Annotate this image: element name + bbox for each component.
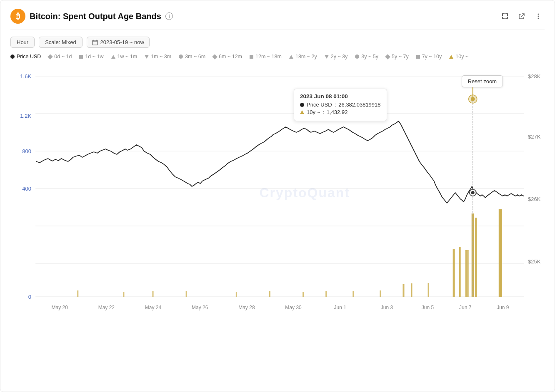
svg-text:May 30: May 30 [285,305,302,310]
svg-text:Jun 7: Jun 7 [459,305,472,310]
legend-1m-3m-label: 1m ~ 3m [151,54,171,60]
svg-rect-48 [380,290,381,297]
svg-text:Jun 5: Jun 5 [422,305,434,310]
svg-rect-51 [428,283,429,297]
svg-text:May 20: May 20 [51,305,68,310]
info-icon[interactable]: i [165,12,173,20]
svg-text:May 28: May 28 [238,305,255,310]
legend-circle2-icon [355,55,359,59]
bitcoin-logo: ₿ [10,9,25,24]
svg-rect-7 [507,17,508,19]
svg-text:May 24: May 24 [145,305,162,310]
legend-1w-1m[interactable]: 1w ~ 1m [111,54,138,60]
external-link-icon[interactable] [515,10,528,22]
main-container: ₿ Bitcoin: Spent Output Age Bands i [0,0,555,392]
legend-12m-18m[interactable]: 12m ~ 18m [250,54,282,60]
crosshair-price-inner [471,191,475,194]
date-range-label: 2023-05-19 ~ now [100,39,144,45]
header: ₿ Bitcoin: Spent Output Age Bands i [10,9,545,30]
svg-text:1.6K: 1.6K [20,73,31,79]
svg-rect-57 [475,218,477,297]
legend-dot-icon [10,55,15,59]
reset-zoom-button[interactable]: Reset zoom [462,75,503,87]
svg-rect-50 [411,283,412,297]
legend-triangle-gold-icon [449,55,453,59]
svg-rect-58 [499,209,502,297]
svg-rect-1 [502,13,503,16]
expand-icon[interactable] [499,10,511,22]
svg-rect-42 [186,291,187,297]
legend-triangle-down-icon [145,55,149,59]
svg-rect-45 [302,292,304,297]
scale-button[interactable]: Scale: Mixed [39,37,82,48]
legend-1d-1w-label: 1d ~ 1w [85,54,103,60]
chart-svg[interactable]: 1.6K 1.2K 800 400 0 $28K $27K $26K $25K … [10,64,545,322]
svg-text:Jun 9: Jun 9 [497,305,509,310]
legend-price-label: Price USD [17,54,41,60]
svg-text:800: 800 [22,148,31,154]
svg-rect-3 [507,13,508,16]
legend-0d-1d-label: 0d ~ 1d [54,54,72,60]
svg-point-10 [538,18,539,19]
svg-text:Jun 3: Jun 3 [381,305,393,310]
calendar-icon [92,40,98,45]
legend-circle-icon [179,55,183,59]
svg-rect-47 [352,291,354,297]
svg-text:$25K: $25K [528,258,541,265]
controls-row: Hour Scale: Mixed 2023-05-19 ~ now [10,37,545,48]
legend-10y-plus-label: 10y ~ [455,54,468,60]
legend-square3-icon [416,55,420,59]
legend-12m-18m-label: 12m ~ 18m [255,54,282,60]
svg-point-9 [538,16,539,17]
legend-18m-2y[interactable]: 18m ~ 2y [289,54,317,60]
date-range-button[interactable]: 2023-05-19 ~ now [87,37,150,48]
svg-rect-55 [468,250,469,297]
legend-7y-10y-label: 7y ~ 10y [422,54,442,60]
legend-7y-10y[interactable]: 7y ~ 10y [416,54,442,60]
legend-diamond3-icon [385,54,390,60]
svg-text:May 22: May 22 [98,305,115,310]
svg-rect-11 [92,40,98,45]
more-options-icon[interactable] [532,10,545,22]
svg-text:$26K: $26K [528,196,541,202]
svg-rect-44 [269,291,270,297]
legend-diamond2-icon [212,54,218,60]
svg-rect-41 [152,291,154,297]
legend-10y-plus[interactable]: 10y ~ [449,54,468,60]
svg-rect-52 [453,249,455,297]
chart-wrapper: CryptoQuant Reset zoom 2023 Jun 08 01:00… [10,64,545,322]
legend-5y-7y-label: 5y ~ 7y [392,54,409,60]
svg-rect-46 [325,291,327,297]
header-left: ₿ Bitcoin: Spent Output Age Bands i [10,9,173,24]
legend-3m-6m[interactable]: 3m ~ 6m [179,54,205,60]
svg-text:Jun 1: Jun 1 [334,305,347,310]
legend-area: Price USD 0d ~ 1d 1d ~ 1w 1w ~ 1m 1m ~ 3… [10,54,545,60]
svg-rect-53 [459,247,461,297]
legend-6m-12m[interactable]: 6m ~ 12m [213,54,242,60]
legend-triangle2-down-icon [325,55,329,59]
legend-18m-2y-label: 18m ~ 2y [295,54,317,60]
legend-1m-3m[interactable]: 1m ~ 3m [145,54,171,60]
legend-2y-3y[interactable]: 2y ~ 3y [325,54,348,60]
svg-text:0: 0 [28,294,31,300]
legend-3m-6m-label: 3m ~ 6m [185,54,205,60]
svg-rect-40 [123,292,124,297]
svg-rect-43 [236,292,237,297]
legend-price-usd[interactable]: Price USD [10,54,41,60]
legend-0d-1d[interactable]: 0d ~ 1d [48,54,72,60]
legend-1d-1w[interactable]: 1d ~ 1w [79,54,103,60]
legend-5y-7y[interactable]: 5y ~ 7y [386,54,409,60]
legend-6m-12m-label: 6m ~ 12m [219,54,242,60]
legend-triangle2-up-icon [289,55,293,59]
legend-1w-1m-label: 1w ~ 1m [118,54,138,60]
svg-text:$27K: $27K [528,134,541,140]
svg-text:1.2K: 1.2K [20,113,31,119]
legend-square-icon [79,55,83,59]
header-actions [499,10,545,22]
svg-rect-39 [77,290,78,297]
legend-3y-5y[interactable]: 3y ~ 5y [355,54,378,60]
svg-rect-5 [502,17,503,19]
legend-2y-3y-label: 2y ~ 3y [331,54,348,60]
legend-triangle-up-icon [111,55,115,59]
time-interval-button[interactable]: Hour [10,37,35,48]
